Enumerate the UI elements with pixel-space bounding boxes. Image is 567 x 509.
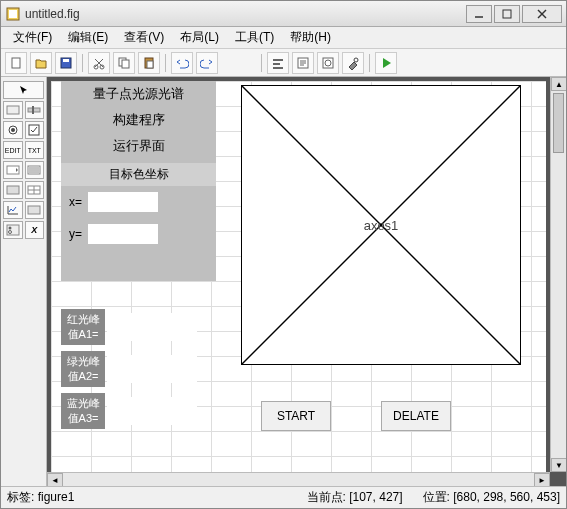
axes-placeholder[interactable]: axes1	[241, 85, 521, 365]
svg-rect-17	[273, 67, 283, 69]
svg-rect-24	[32, 106, 34, 114]
statusbar: 标签: figure1 当前点: [107, 427] 位置: [680, 29…	[1, 486, 566, 508]
window-title: untitled.fig	[25, 7, 466, 21]
scroll-thumb[interactable]	[553, 93, 564, 153]
tools-icon[interactable]	[342, 52, 364, 74]
delate-button[interactable]: DELATE	[381, 401, 451, 431]
svg-point-21	[354, 58, 358, 62]
svg-rect-33	[7, 186, 19, 194]
close-button[interactable]	[522, 5, 562, 23]
redo-icon[interactable]	[196, 52, 218, 74]
red-peak-input[interactable]	[107, 313, 197, 341]
x-label: x=	[69, 195, 82, 209]
x-input[interactable]	[88, 192, 158, 212]
svg-rect-8	[63, 59, 69, 62]
editor-icon[interactable]	[292, 52, 314, 74]
axes-icon[interactable]	[3, 201, 23, 219]
scroll-up-icon[interactable]: ▲	[551, 77, 566, 91]
static-text-icon[interactable]: TXT	[25, 141, 45, 159]
svg-rect-22	[7, 106, 19, 114]
y-input[interactable]	[88, 224, 158, 244]
menu-view[interactable]: 查看(V)	[116, 27, 172, 48]
panel-title-1: 量子点光源光谱	[61, 81, 216, 107]
start-button[interactable]: START	[261, 401, 331, 431]
svg-rect-16	[273, 63, 280, 65]
y-label: y=	[69, 227, 82, 241]
inspect-icon[interactable]	[317, 52, 339, 74]
svg-rect-15	[273, 59, 283, 61]
app-icon	[5, 6, 21, 22]
vertical-scrollbar[interactable]: ▲ ▼	[550, 77, 566, 472]
svg-rect-1	[9, 10, 17, 18]
panel-title-2: 构建程序	[61, 107, 216, 133]
green-peak-label: 绿光峰值A2=	[61, 351, 105, 387]
radio-icon[interactable]	[3, 121, 23, 139]
svg-point-26	[11, 128, 15, 132]
svg-rect-3	[503, 10, 511, 18]
panel-title-3: 运行界面	[61, 133, 216, 159]
listbox-icon[interactable]	[25, 161, 45, 179]
scroll-right-icon[interactable]: ►	[534, 473, 550, 486]
toggle-icon[interactable]	[3, 181, 23, 199]
menu-layout[interactable]: 布局(L)	[172, 27, 227, 48]
svg-rect-37	[28, 206, 40, 214]
canvas-area: 量子点光源光谱 构建程序 运行界面 目标色坐标 x= y= 红光峰值A1=	[47, 77, 566, 486]
save-icon[interactable]	[55, 52, 77, 74]
figure-panel[interactable]: 量子点光源光谱 构建程序 运行界面 目标色坐标 x= y= 红光峰值A1=	[51, 81, 546, 472]
cut-icon[interactable]	[88, 52, 110, 74]
blue-peak-label: 蓝光峰值A3=	[61, 393, 105, 429]
scroll-left-icon[interactable]: ◄	[47, 473, 63, 486]
status-tag: 标签: figure1	[7, 489, 74, 506]
checkbox-icon[interactable]	[25, 121, 45, 139]
green-peak-input[interactable]	[107, 355, 197, 383]
menubar: 文件(F) 编辑(E) 查看(V) 布局(L) 工具(T) 帮助(H)	[1, 27, 566, 49]
info-panel[interactable]: 量子点光源光谱 构建程序 运行界面 目标色坐标 x= y=	[61, 81, 216, 281]
slider-icon[interactable]	[25, 101, 45, 119]
table-icon[interactable]	[25, 181, 45, 199]
open-icon[interactable]	[30, 52, 52, 74]
svg-point-39	[8, 227, 11, 230]
horizontal-scrollbar[interactable]: ◄ ►	[47, 472, 550, 486]
paste-icon[interactable]	[138, 52, 160, 74]
blue-peak-input[interactable]	[107, 397, 197, 425]
pushbutton-icon[interactable]	[3, 101, 23, 119]
minimize-button[interactable]	[466, 5, 492, 23]
undo-icon[interactable]	[171, 52, 193, 74]
menu-edit[interactable]: 编辑(E)	[60, 27, 116, 48]
target-coord-label: 目标色坐标	[61, 163, 216, 186]
select-tool-icon[interactable]	[3, 81, 44, 99]
svg-rect-14	[147, 61, 153, 68]
copy-icon[interactable]	[113, 52, 135, 74]
new-icon[interactable]	[5, 52, 27, 74]
popup-icon[interactable]	[3, 161, 23, 179]
svg-rect-12	[122, 60, 129, 68]
edit-text-icon[interactable]: EDIT	[3, 141, 23, 159]
component-palette: EDIT TXT X	[1, 77, 47, 486]
run-icon[interactable]	[375, 52, 397, 74]
status-position: 位置: [680, 298, 560, 453]	[423, 489, 560, 506]
axes-label: axes1	[364, 218, 399, 233]
titlebar: untitled.fig	[1, 1, 566, 27]
svg-rect-6	[12, 58, 20, 68]
maximize-button[interactable]	[494, 5, 520, 23]
menu-help[interactable]: 帮助(H)	[282, 27, 339, 48]
panel-icon[interactable]	[25, 201, 45, 219]
status-current-point: 当前点: [107, 427]	[307, 489, 403, 506]
toolbar	[1, 49, 566, 77]
button-group-icon[interactable]	[3, 221, 23, 239]
align-icon[interactable]	[267, 52, 289, 74]
scroll-down-icon[interactable]: ▼	[551, 458, 566, 472]
menu-tools[interactable]: 工具(T)	[227, 27, 282, 48]
menu-file[interactable]: 文件(F)	[5, 27, 60, 48]
red-peak-label: 红光峰值A1=	[61, 309, 105, 345]
activex-icon[interactable]: X	[25, 221, 45, 239]
